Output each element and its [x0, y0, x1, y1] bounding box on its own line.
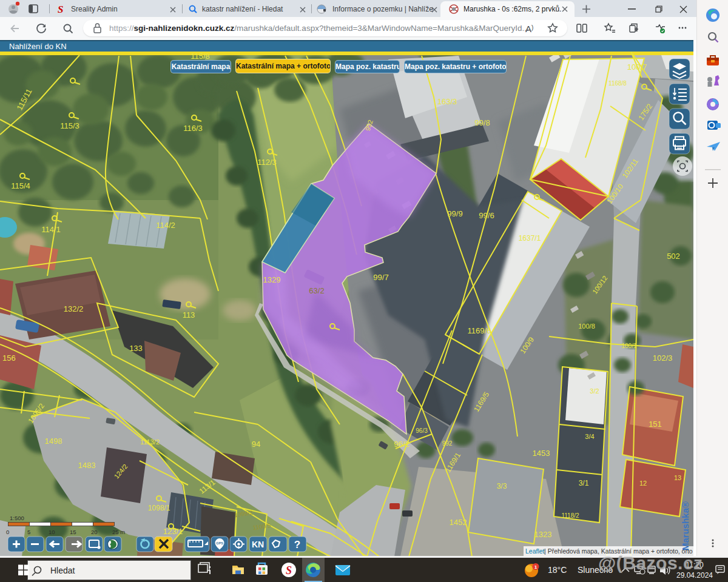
svg-text:102/3: 102/3 [653, 353, 673, 363]
svg-text:1168/8: 1168/8 [608, 80, 627, 87]
svg-text:3/4: 3/4 [585, 433, 594, 440]
svg-text:GPS: GPS [216, 541, 223, 545]
svg-text:99/7: 99/7 [373, 273, 388, 282]
svg-text:1323: 1323 [534, 530, 552, 539]
svg-text:115/3: 115/3 [60, 121, 79, 130]
svg-text:96/3: 96/3 [416, 427, 428, 434]
svg-text:1113/2: 1113/2 [140, 438, 160, 446]
svg-text:99/8: 99/8 [474, 118, 490, 127]
svg-text:10: 10 [49, 529, 55, 535]
svg-text:100/7: 100/7 [627, 62, 647, 72]
svg-text:Hledat: Hledat [50, 566, 75, 575]
svg-text:katastr nahlížení - Hledat: katastr nahlížení - Hledat [202, 5, 283, 13]
svg-text:3/1: 3/1 [579, 479, 589, 487]
svg-text:100/8: 100/8 [578, 323, 595, 330]
svg-text:123/1: 123/1 [163, 527, 183, 536]
svg-text:1: 1 [534, 564, 538, 570]
svg-text:502: 502 [667, 252, 680, 261]
svg-text:113: 113 [183, 310, 195, 319]
svg-text:Marushka - 0s :62ms, 2 prvků.: Marushka - 0s :62ms, 2 prvků. [463, 5, 561, 13]
svg-text:20: 20 [91, 529, 98, 535]
svg-text:1:500: 1:500 [10, 515, 24, 521]
svg-text:115/4: 115/4 [11, 181, 30, 190]
svg-text:1118/2: 1118/2 [561, 512, 579, 519]
svg-text:Informace o pozemku | Nahlíže: Informace o pozemku | Nahlíže [332, 5, 433, 13]
svg-text:156: 156 [2, 353, 16, 363]
svg-text:132/2: 132/2 [64, 304, 84, 313]
svg-text:1483: 1483 [78, 461, 96, 470]
svg-text:63/2: 63/2 [309, 286, 324, 295]
svg-text:1098/1: 1098/1 [148, 504, 170, 512]
svg-text:0: 0 [6, 529, 9, 535]
svg-text:3/3: 3/3 [497, 482, 507, 490]
svg-text:94: 94 [252, 440, 260, 449]
svg-text:S: S [58, 4, 63, 15]
svg-text:Leaflet: Leaflet [525, 547, 545, 555]
svg-text:1453: 1453 [533, 449, 550, 458]
svg-text:?: ? [294, 539, 300, 550]
svg-text:Marushka®: Marushka® [680, 501, 690, 550]
svg-text:15: 15 [70, 529, 76, 535]
svg-text:12: 12 [639, 480, 647, 487]
svg-text:99/9: 99/9 [447, 209, 462, 218]
svg-text:1452: 1452 [450, 518, 467, 527]
svg-text:1329: 1329 [263, 275, 281, 284]
svg-text:Sreality Admin: Sreality Admin [71, 5, 118, 13]
svg-text:100/1: 100/1 [621, 343, 636, 349]
svg-text:115/8: 115/8 [190, 52, 210, 61]
svg-text:3/2: 3/2 [590, 387, 599, 395]
svg-text:96/2: 96/2 [394, 440, 409, 449]
svg-text:1637/1: 1637/1 [519, 234, 541, 242]
svg-text:KN: KN [252, 540, 264, 549]
svg-text:151: 151 [649, 420, 662, 429]
svg-text:116/3: 116/3 [183, 124, 203, 133]
svg-text:1498: 1498 [45, 436, 62, 446]
svg-text:S: S [286, 564, 292, 577]
svg-text:114/2: 114/2 [156, 221, 175, 230]
svg-text:A): A) [525, 24, 533, 34]
svg-text:13: 13 [674, 474, 681, 481]
svg-text:992: 992 [442, 440, 453, 447]
svg-text:114/1: 114/1 [41, 225, 61, 234]
svg-text:18°C: 18°C [548, 565, 567, 575]
svg-text:133: 133 [129, 344, 143, 353]
svg-text:1169/6: 1169/6 [468, 326, 491, 335]
svg-text:163/3: 163/3 [437, 97, 457, 106]
svg-text:25 m: 25 m [112, 529, 125, 535]
svg-text:112/3: 112/3 [257, 158, 277, 167]
svg-text:99/6: 99/6 [479, 211, 494, 220]
svg-text:5: 5 [27, 529, 30, 535]
